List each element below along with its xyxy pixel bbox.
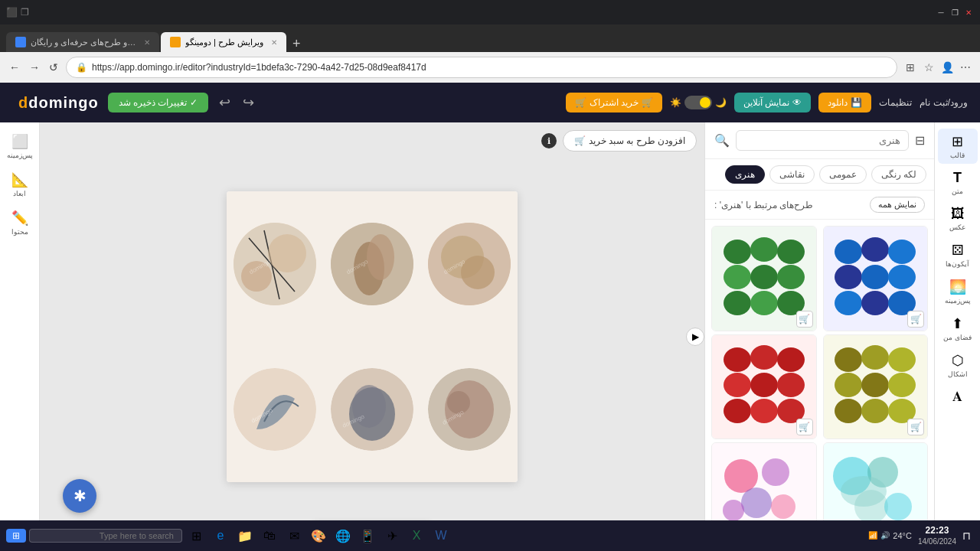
profile-icon[interactable]: 👤 <box>940 60 954 74</box>
info-icon[interactable]: ℹ <box>541 133 557 148</box>
tab-editor[interactable]: ویرایش طرح | دومینگو ✕ <box>161 32 286 52</box>
settings-icon[interactable]: ⋯ <box>959 60 972 74</box>
sidebar-item-photo[interactable]: 🖼 عکس <box>938 201 978 236</box>
cat-tab-art[interactable]: هنری <box>725 165 765 184</box>
svg-point-28 <box>750 265 778 289</box>
download-button[interactable]: 💾 دانلود <box>818 93 871 112</box>
search-icon[interactable]: 🔍 <box>714 133 730 148</box>
address-bar: ← → ↺ 🔒 https://app.domingo.ir/editor?in… <box>0 52 980 83</box>
bg-icon: 🌅 <box>949 279 966 295</box>
taskbar-word-icon[interactable]: W <box>430 525 452 546</box>
tool-dimensions[interactable]: 📐 ابعاد <box>3 167 37 202</box>
undo-button[interactable]: ↩ <box>217 93 232 112</box>
tool-content[interactable]: ✏️ محتوا <box>3 205 37 240</box>
tab-bar: قالب‌ها و طرح‌های حرفه‌ای و رایگان ✕ ویر… <box>0 24 980 52</box>
reload-button[interactable]: ↺ <box>47 60 60 75</box>
collapse-panel-arrow[interactable]: ▶ <box>686 328 704 346</box>
left-sidebar: ⬜ پس‌زمینه 📐 ابعاد ✏️ محتوا <box>0 122 40 551</box>
date-display: 14/06/2024 <box>918 536 956 546</box>
taskbar-excel-icon[interactable]: X <box>406 525 427 546</box>
tab-templates[interactable]: قالب‌ها و طرح‌های حرفه‌ای و رایگان ✕ <box>6 32 159 52</box>
sidebar-item-background[interactable]: 🌅 پس‌زمینه <box>938 274 978 309</box>
extensions-icon[interactable]: ⊞ <box>903 60 917 74</box>
svg-point-60 <box>724 459 758 493</box>
circle-artwork-2: domingo <box>331 223 413 305</box>
template-search-input[interactable] <box>736 130 909 151</box>
svg-point-12 <box>461 256 495 289</box>
new-tab-button[interactable]: + <box>288 36 305 52</box>
show-desktop-button[interactable]: ⊓ <box>962 530 971 542</box>
taskbar-telegram-icon[interactable]: ✈ <box>381 525 403 546</box>
cart-badge-3[interactable]: 🛒 <box>796 419 813 435</box>
cat-tab-painting[interactable]: نقاشی <box>769 165 815 184</box>
add-to-cart-button[interactable]: افزودن طرح به سبد خرید 🛒 <box>563 130 697 152</box>
taskbar-store-icon[interactable]: 🛍 <box>259 525 280 546</box>
close-button[interactable]: ✕ <box>963 7 974 18</box>
url-text: https://app.domingo.ir/editor?industryId… <box>92 62 887 73</box>
tab-close-1[interactable]: ✕ <box>144 38 150 47</box>
taskbar-search-input[interactable] <box>29 529 182 543</box>
taskbar-paint-icon[interactable]: 🎨 <box>308 525 329 546</box>
cart-badge-1[interactable]: 🛒 <box>796 311 813 328</box>
template-item-3[interactable]: 🛒 <box>711 334 817 440</box>
minimize-button[interactable]: ─ <box>936 7 946 18</box>
taskbar-chrome-icon[interactable]: 🌐 <box>332 525 354 546</box>
svg-point-69 <box>841 476 887 507</box>
svg-point-57 <box>835 399 862 423</box>
redo-button[interactable]: ↪ <box>241 93 256 112</box>
shapes-icon: ⬡ <box>952 352 964 369</box>
tab-favicon-2 <box>170 37 181 47</box>
canvas-cell-5: domingo <box>324 337 421 482</box>
taskbar-folder-icon[interactable]: 📁 <box>234 525 256 546</box>
taskbar: ⊞ ⊞ e 📁 🛍 ✉ 🎨 🌐 📱 ✈ X W 📶 🔊 24°C 22:23 1… <box>0 520 980 551</box>
settings-link[interactable]: تنظیمات <box>879 97 912 108</box>
filter-icon[interactable]: ⊟ <box>915 133 925 148</box>
url-box[interactable]: 🔒 https://app.domingo.ir/editor?industry… <box>66 57 897 78</box>
taskbar-view-icon[interactable]: ⊞ <box>185 525 207 546</box>
system-tray-icons: 📶 🔊 24°C <box>868 531 912 540</box>
back-button[interactable]: ← <box>8 60 21 75</box>
sidebar-item-myspace[interactable]: ⬆ فضای من <box>938 311 978 346</box>
sidebar-item-shapes[interactable]: ⬡ اشکال <box>938 347 978 383</box>
cart-badge-4[interactable]: 🛒 <box>907 419 924 435</box>
subscribe-button[interactable]: 🛒 خرید اشتراک 🛒 <box>566 93 662 112</box>
template-search-bar: ⊟ 🔍 <box>705 122 934 159</box>
sidebar-item-font[interactable]: 𝐀 <box>938 384 978 409</box>
template-item-1[interactable]: 🛒 <box>711 226 817 331</box>
preview-button[interactable]: 👁 نمایش آنلاین <box>734 93 811 112</box>
clock: 22:23 14/06/2024 <box>918 525 956 547</box>
svg-point-55 <box>861 373 889 397</box>
template-item-2[interactable]: 🛒 <box>823 226 929 331</box>
tool-background[interactable]: ⬜ پس‌زمینه <box>3 129 37 164</box>
canvas-cell-2: domingo <box>324 191 421 337</box>
taskbar-app1-icon[interactable]: 📱 <box>357 525 378 546</box>
dark-mode-toggle[interactable]: 🌙 ☀️ <box>670 96 727 109</box>
cat-tab-color-blob[interactable]: لکه رنگی <box>871 165 926 184</box>
maximize-button[interactable]: ❐ <box>949 7 960 18</box>
app-wrapper: ddomingo تغییرات ذخیره شد ✓ ↩ ↪ ورود/ثبت… <box>0 83 980 551</box>
sidebar-item-text[interactable]: T متن <box>938 165 978 200</box>
save-button[interactable]: تغییرات ذخیره شد ✓ <box>108 93 208 112</box>
svg-point-46 <box>750 373 778 397</box>
forward-button[interactable]: → <box>28 60 41 75</box>
temperature-display: 24°C <box>893 531 912 540</box>
favorites-icon[interactable]: ☆ <box>922 60 936 74</box>
template-item-4[interactable]: 🛒 <box>823 334 929 440</box>
login-link[interactable]: ورود/ثبت نام <box>920 97 968 108</box>
taskbar-edge-icon[interactable]: e <box>210 525 231 546</box>
svg-point-43 <box>750 345 778 370</box>
tab-close-2[interactable]: ✕ <box>271 38 277 47</box>
show-all-button[interactable]: نمایش همه <box>870 197 925 213</box>
sidebar-item-template[interactable]: ⊞ قالب <box>938 129 978 164</box>
start-button[interactable]: ⊞ <box>6 529 26 543</box>
svg-point-25 <box>750 237 778 262</box>
cart-badge-2[interactable]: 🛒 <box>907 311 924 328</box>
svg-point-68 <box>884 493 912 520</box>
svg-point-31 <box>750 291 778 315</box>
sidebar-item-icons[interactable]: ⚄ آیکون‌ها <box>938 237 978 272</box>
taskbar-mail-icon[interactable]: ✉ <box>283 525 305 546</box>
edit-fab[interactable]: ✱ <box>63 479 96 513</box>
circle-artwork-5: domingo <box>331 368 413 451</box>
cat-tab-general[interactable]: عمومی <box>819 165 867 184</box>
svg-point-52 <box>861 345 889 370</box>
